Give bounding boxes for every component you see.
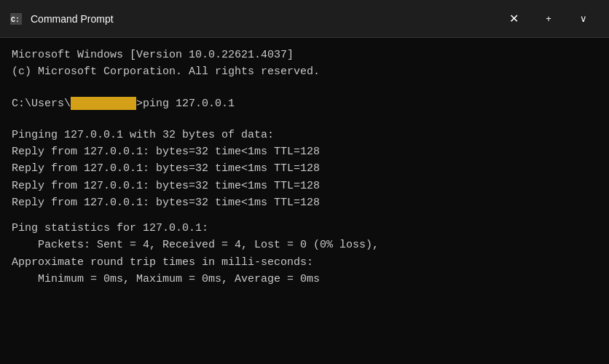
window-controls: ✕ + ∨ [497,6,600,32]
approx-line: Approximate round trip times in milli-se… [12,254,597,271]
command-prompt-window: C: Command Prompt ✕ + ∨ Microsoft Window… [0,0,609,364]
pinging-line: Pinging 127.0.0.1 with 32 bytes of data: [12,127,597,143]
blank-3 [12,211,597,220]
blank-1 [12,81,597,90]
cmd-icon: C: [9,12,23,26]
stats-header: Ping statistics for 127.0.0.1: [12,220,597,237]
dropdown-button[interactable]: ∨ [567,6,600,32]
reply-2: Reply from 127.0.0.1: bytes=32 time<1ms … [12,160,597,177]
packets-line: Packets: Sent = 4, Received = 4, Lost = … [12,237,597,253]
window-title: Command Prompt [31,13,497,25]
prompt-line: C:\Users\ >ping 127.0.0.1 [12,95,597,112]
svg-text:C:: C: [11,16,20,24]
prompt-prefix: C:\Users\ [12,95,71,112]
close-button[interactable]: ✕ [497,6,530,32]
times-line: Minimum = 0ms, Maximum = 0ms, Average = … [12,271,597,288]
version-line: Microsoft Windows [Version 10.0.22621.40… [12,47,597,63]
reply-1: Reply from 127.0.0.1: bytes=32 time<1ms … [12,143,597,160]
username-redacted [71,97,136,110]
titlebar: C: Command Prompt ✕ + ∨ [0,0,609,38]
reply-3: Reply from 127.0.0.1: bytes=32 time<1ms … [12,178,597,194]
terminal-content: Microsoft Windows [Version 10.0.22621.40… [0,38,609,364]
blank-2 [12,118,597,127]
new-tab-button[interactable]: + [532,6,565,32]
prompt-suffix: >ping 127.0.0.1 [136,95,235,112]
reply-4: Reply from 127.0.0.1: bytes=32 time<1ms … [12,194,597,211]
copyright-line: (c) Microsoft Corporation. All rights re… [12,63,597,80]
